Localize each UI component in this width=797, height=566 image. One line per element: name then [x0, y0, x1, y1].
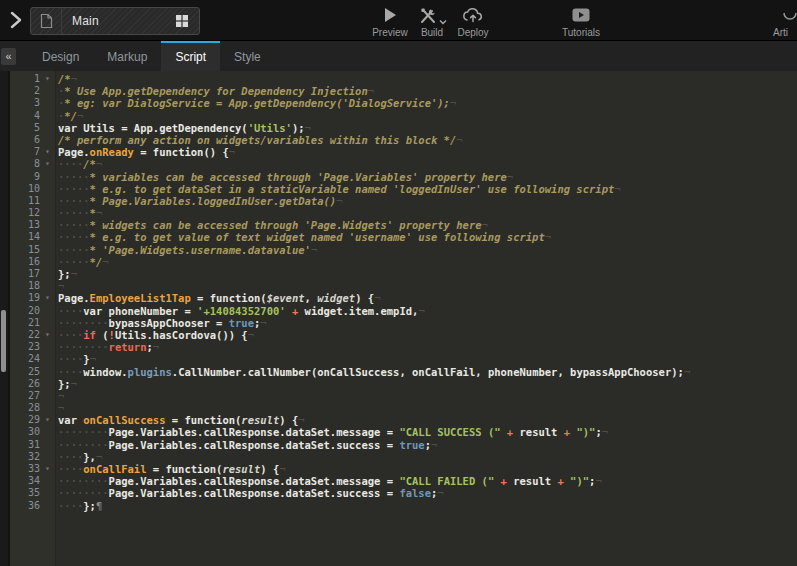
page-selector-dropdown[interactable]: Main — [30, 7, 200, 35]
code-text: ········return;¬ — [55, 341, 159, 353]
collapse-panel-button[interactable]: « — [1, 48, 16, 65]
code-text: ····/*¬ — [55, 158, 102, 170]
line-number: 30 — [10, 426, 40, 438]
code-line: 11·····* Page.Variables.loggedInUser.get… — [10, 195, 797, 207]
fold-arrow-icon[interactable]: ▾ — [40, 146, 55, 158]
fold-arrow-icon[interactable]: ▾ — [40, 73, 55, 85]
end-of-line-mark: ¬ — [102, 256, 108, 268]
code-line: 31········Page.Variables.callResponse.da… — [10, 439, 797, 451]
line-number: 15 — [10, 244, 40, 256]
code-text: ····};¶ — [55, 500, 102, 512]
end-of-line-mark: ¬ — [545, 231, 551, 243]
code-text: ····if (!Utils.hasCordova()) {¬ — [55, 329, 254, 341]
tab-markup[interactable]: Markup — [93, 41, 161, 71]
tab-script[interactable]: Script — [161, 41, 220, 71]
code-text: var Utils = App.getDependency('Utils');¬ — [55, 122, 311, 134]
deploy-label: Deploy — [457, 27, 488, 38]
code-line: 19▾Page.EmployeeList1Tap = function($eve… — [10, 292, 797, 304]
end-of-line-mark: ¬ — [153, 341, 159, 353]
fold-spacer — [40, 183, 55, 195]
tutorials-button[interactable]: Tutorials — [553, 4, 609, 38]
code-line: 27¬ — [10, 390, 797, 402]
code-line: 33▾····onCallFail = function(result) {¬ — [10, 463, 797, 475]
fold-spacer — [40, 439, 55, 451]
code-text: ·*/¬ — [55, 110, 83, 122]
fold-spacer — [40, 122, 55, 134]
end-of-line-mark: ¬ — [374, 292, 380, 304]
preview-label: Preview — [372, 27, 408, 38]
fold-spacer — [40, 231, 55, 243]
code-text: ········Page.Variables.callResponse.data… — [55, 439, 437, 451]
fold-arrow-icon[interactable]: ▾ — [40, 292, 55, 304]
code-text: };¬ — [55, 268, 77, 280]
code-text: ········Page.Variables.callResponse.data… — [55, 426, 608, 438]
code-line: 1▾/*¬ — [10, 73, 797, 85]
code-line: 28¬ — [10, 402, 797, 414]
tutorials-video-icon — [572, 4, 590, 26]
fold-spacer — [40, 171, 55, 183]
code-text: ·····* e.g. to get value of text widget … — [55, 231, 551, 243]
fold-arrow-icon[interactable]: ▾ — [40, 414, 55, 426]
line-number: 31 — [10, 439, 40, 451]
end-of-line-mark: ¬ — [602, 426, 608, 438]
pages-grid-icon — [169, 14, 195, 28]
fold-spacer — [40, 402, 55, 414]
end-of-line-mark: ¬ — [431, 439, 437, 451]
end-of-line-mark: ¬ — [58, 390, 64, 402]
end-of-line-mark: ¬ — [77, 110, 83, 122]
fold-arrow-icon[interactable]: ▾ — [40, 463, 55, 475]
expand-chevron-icon[interactable] — [6, 9, 26, 31]
end-of-line-mark: ¬ — [614, 183, 620, 195]
fold-arrow-icon[interactable]: ▾ — [40, 158, 55, 170]
line-number: 2 — [10, 85, 40, 97]
code-line: 4·*/¬ — [10, 110, 797, 122]
end-of-line-mark: ¬ — [507, 171, 513, 183]
fold-spacer — [40, 195, 55, 207]
end-of-line-mark: ¬ — [418, 305, 424, 317]
end-of-line-mark: ¬ — [71, 378, 77, 390]
line-number: 25 — [10, 366, 40, 378]
build-label: Build — [421, 27, 443, 38]
code-line: 3·* eg: var DialogService = App.getDepen… — [10, 97, 797, 109]
end-of-line-mark: ¬ — [482, 219, 488, 231]
end-of-line-mark: ¬ — [595, 475, 601, 487]
line-number: 11 — [10, 195, 40, 207]
tab-style[interactable]: Style — [220, 41, 275, 71]
code-line: 6/* perform any action on widgets/variab… — [10, 134, 797, 146]
line-number: 20 — [10, 305, 40, 317]
code-text: Page.onReady = function() {¬ — [55, 146, 235, 158]
script-editor[interactable]: 1▾/*¬2·* Use App.getDependency for Depen… — [0, 71, 797, 566]
deploy-button[interactable]: Deploy — [445, 4, 501, 38]
code-line: 2·* Use App.getDependency for Dependency… — [10, 85, 797, 97]
code-text: /*¬ — [55, 73, 77, 85]
code-line: 23········return;¬ — [10, 341, 797, 353]
fold-spacer — [40, 353, 55, 365]
ide-window: Main Preview — [0, 0, 797, 566]
code-line: 22▾····if (!Utils.hasCordova()) {¬ — [10, 329, 797, 341]
tab-design[interactable]: Design — [28, 41, 93, 71]
line-number: 36 — [10, 500, 40, 512]
line-number: 12 — [10, 207, 40, 219]
fold-spacer — [40, 110, 55, 122]
line-number: 29 — [10, 414, 40, 426]
page-file-icon — [31, 8, 62, 34]
line-number: 16 — [10, 256, 40, 268]
fold-spacer — [40, 219, 55, 231]
end-of-line-mark: ¬ — [96, 158, 102, 170]
build-tools-icon — [418, 6, 438, 26]
artifacts-button-partial[interactable]: Arti — [773, 4, 797, 38]
code-text: ········Page.Variables.callResponse.data… — [55, 487, 444, 499]
end-of-line-mark: ¬ — [336, 195, 342, 207]
code-line: 5var Utils = App.getDependency('Utils');… — [10, 122, 797, 134]
code-text: ·····*/¬ — [55, 256, 109, 268]
end-of-line-mark: ¬ — [279, 463, 285, 475]
left-scrollbar-thumb[interactable] — [1, 310, 6, 372]
code-text: ········bypassAppChooser = true;¬ — [55, 317, 267, 329]
fold-spacer — [40, 268, 55, 280]
editor-tab-bar: « Design Markup Script Style — [0, 41, 797, 71]
end-of-line-mark: ¬ — [58, 402, 64, 414]
fold-arrow-icon[interactable]: ▾ — [40, 329, 55, 341]
tutorials-label: Tutorials — [562, 27, 600, 38]
code-text: ····},¬ — [55, 451, 102, 463]
line-number: 34 — [10, 475, 40, 487]
